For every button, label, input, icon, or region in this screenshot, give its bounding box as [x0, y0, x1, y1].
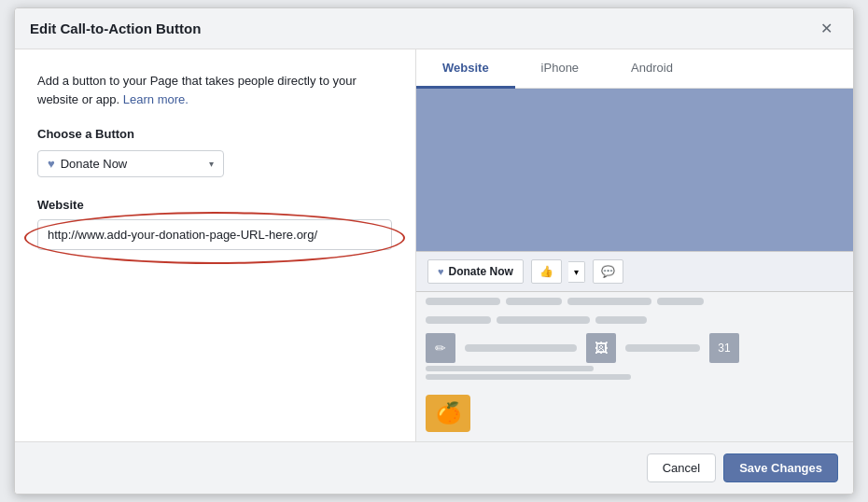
left-panel: Add a button to your Page that takes peo…: [15, 49, 416, 441]
fb-action-bar: ♥ Donate Now 👍 ▾ 💬: [416, 251, 853, 292]
post-line-4: [657, 298, 704, 305]
post-icon-calendar: 31: [709, 333, 739, 363]
cancel-button[interactable]: Cancel: [647, 453, 716, 482]
post-line-2: [506, 298, 562, 305]
right-panel: Website iPhone Android ♥ Donate Now 👍 ▾: [416, 49, 853, 441]
post-icon-line: [465, 344, 577, 352]
dialog-header: Edit Call-to-Action Button ✕: [15, 8, 853, 49]
close-button[interactable]: ✕: [815, 18, 838, 39]
post-line-5: [426, 316, 491, 324]
donate-now-button[interactable]: ♥ Donate Now: [427, 259, 524, 284]
choose-button-label: Choose a Button: [37, 127, 393, 141]
dialog-body: Add a button to your Page that takes peo…: [15, 49, 853, 441]
button-selector-label: Donate Now: [61, 157, 202, 171]
chevron-down-icon: ▾: [209, 159, 214, 169]
url-input[interactable]: [37, 219, 392, 250]
comment-button[interactable]: 💬: [593, 259, 623, 284]
post-lines-row1: [416, 292, 853, 305]
post-content-preview: ✏ 🖼 31 🍊: [416, 292, 853, 441]
post-lines-row2: [416, 311, 853, 324]
like-dropdown-button[interactable]: ▾: [568, 261, 585, 283]
like-button[interactable]: 👍: [531, 259, 562, 284]
post-icon-pencil: ✏: [426, 333, 455, 363]
learn-more-link[interactable]: Learn more.: [123, 92, 189, 106]
tab-android[interactable]: Android: [605, 49, 699, 89]
url-input-wrapper: [37, 219, 392, 250]
edit-cta-dialog: Edit Call-to-Action Button ✕ Add a butto…: [14, 7, 854, 495]
heart-icon: ♥: [48, 157, 55, 171]
post-line-7: [595, 316, 647, 324]
preview-area: ♥ Donate Now 👍 ▾ 💬: [416, 89, 853, 441]
button-selector[interactable]: ♥ Donate Now ▾: [37, 150, 224, 177]
intro-text: Add a button to your Page that takes peo…: [37, 72, 393, 108]
thumbs-up-icon: 👍: [539, 265, 553, 278]
tab-website[interactable]: Website: [416, 49, 515, 89]
tabs-row: Website iPhone Android: [416, 49, 853, 89]
post-icons-row: ✏ 🖼 31: [416, 324, 853, 363]
comment-icon: 💬: [601, 265, 615, 278]
post-icon-image: 🖼: [586, 333, 616, 363]
post-line-1: [426, 298, 500, 305]
post-icon-line2: [625, 344, 700, 352]
post-line-3: [567, 298, 651, 305]
dialog-title: Edit Call-to-Action Button: [30, 21, 201, 36]
post-small-line2: [426, 374, 631, 380]
fruit-image: 🍊: [426, 395, 470, 432]
donate-btn-label: Donate Now: [449, 265, 513, 278]
chevron-down-icon: ▾: [574, 267, 579, 277]
donate-heart-icon: ♥: [438, 266, 444, 277]
post-line-6: [497, 316, 590, 324]
save-changes-button[interactable]: Save Changes: [723, 453, 838, 482]
website-label: Website: [37, 198, 393, 212]
post-small-line1: [426, 366, 594, 371]
tab-iphone[interactable]: iPhone: [515, 49, 605, 89]
dialog-footer: Cancel Save Changes: [15, 441, 853, 494]
